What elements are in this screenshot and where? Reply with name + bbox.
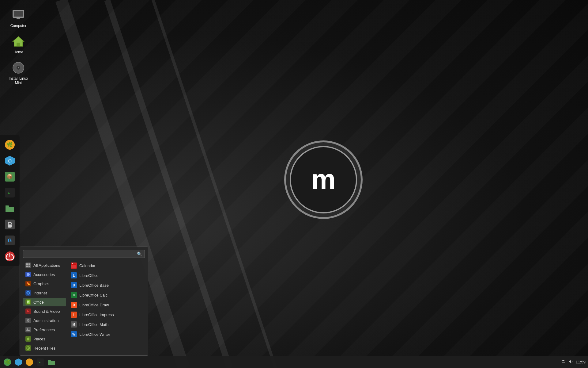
app-libreoffice-impress[interactable]: I LibreOffice Impress <box>68 310 145 319</box>
svg-text:m: m <box>311 164 336 195</box>
taskbar-terminal[interactable]: >_ <box>36 357 45 367</box>
svg-text:W: W <box>72 333 75 336</box>
desktop-icon-computer[interactable]: Computer <box>6 6 31 29</box>
dock-lock[interactable] <box>2 217 17 232</box>
svg-point-44 <box>28 320 28 321</box>
clock: 11:59 <box>575 360 586 364</box>
dock-files[interactable] <box>2 201 17 216</box>
category-recent[interactable]: Recent Files <box>23 344 66 352</box>
accessories-icon <box>25 272 31 277</box>
svg-point-74 <box>26 358 33 366</box>
category-preferences[interactable]: Preferences <box>23 325 66 334</box>
category-graphics[interactable]: Graphics <box>23 279 66 288</box>
taskbar-right: 11:59 <box>561 359 586 365</box>
category-places[interactable]: Places <box>23 335 66 343</box>
desktop-icon-home[interactable]: Home <box>6 33 31 56</box>
search-input[interactable] <box>26 252 137 256</box>
category-office[interactable]: Office <box>23 298 66 306</box>
app-menu: 🔍 All Applications Accessories <box>20 247 148 356</box>
libreoffice-base-app-icon: B <box>71 282 77 288</box>
dock-mintmenu[interactable]: 🌿 <box>2 137 17 152</box>
libreoffice-app-label: LibreOffice <box>79 273 99 278</box>
app-libreoffice-math[interactable]: M LibreOffice Math <box>68 320 145 329</box>
sound-tray-icon[interactable] <box>568 359 573 365</box>
svg-text:M: M <box>73 323 75 326</box>
search-icon: 🔍 <box>137 251 142 256</box>
libreoffice-calc-app-icon: C <box>71 292 77 298</box>
libreoffice-calc-app-label: LibreOffice Calc <box>79 293 107 297</box>
desktop-icon-install[interactable]: Install Linux Mint <box>6 59 31 86</box>
dock-software[interactable]: ⬡ <box>2 153 17 168</box>
places-icon <box>25 336 31 342</box>
category-sound-video[interactable]: Sound & Video <box>23 307 66 316</box>
svg-text:🌿: 🌿 <box>7 142 13 148</box>
svg-point-14 <box>18 67 19 68</box>
app-calendar[interactable]: Calendar <box>68 261 145 270</box>
taskbar-start[interactable]: 🌿 <box>2 357 12 367</box>
svg-text:>_: >_ <box>39 361 43 364</box>
libreoffice-writer-app-icon: W <box>71 331 77 337</box>
libreoffice-base-app-label: LibreOffice Base <box>79 283 109 288</box>
network-tray-icon[interactable] <box>561 359 566 365</box>
home-icon-label: Home <box>13 50 23 54</box>
taskbar: 🌿 >_ <box>0 356 588 368</box>
libreoffice-math-app-label: LibreOffice Math <box>79 322 108 327</box>
app-libreoffice[interactable]: L LibreOffice <box>68 271 145 280</box>
category-recent-label: Recent Files <box>33 346 55 351</box>
app-libreoffice-draw[interactable]: D LibreOffice Draw <box>68 300 145 309</box>
svg-text:D: D <box>73 303 75 307</box>
svg-rect-30 <box>26 266 28 267</box>
install-icon <box>11 60 26 75</box>
libreoffice-app-icon: L <box>71 272 77 278</box>
taskbar-files[interactable] <box>47 357 56 367</box>
category-accessories[interactable]: Accessories <box>23 270 66 279</box>
svg-text:🌿: 🌿 <box>5 360 10 365</box>
sound-video-icon <box>25 309 31 314</box>
app-libreoffice-calc[interactable]: C LibreOffice Calc <box>68 290 145 300</box>
apps-list: Calendar L LibreOffice B LibreOffice Bas… <box>68 261 145 352</box>
dock-terminal[interactable]: >_ <box>2 185 17 200</box>
svg-rect-9 <box>15 19 21 19</box>
svg-text:C: C <box>73 293 75 297</box>
taskbar-software[interactable] <box>13 357 23 367</box>
svg-marker-78 <box>569 360 571 363</box>
administration-icon <box>25 318 31 323</box>
search-bar[interactable]: 🔍 <box>23 250 145 258</box>
computer-icon-label: Computer <box>10 24 27 28</box>
app-libreoffice-writer[interactable]: W LibreOffice Writer <box>68 330 145 339</box>
category-all[interactable]: All Applications <box>23 261 66 270</box>
install-icon-label: Install Linux Mint <box>8 76 29 85</box>
category-administration[interactable]: Administration <box>23 316 66 325</box>
category-sound-video-label: Sound & Video <box>33 309 60 314</box>
taskbar-mintmenu[interactable] <box>24 357 34 367</box>
libreoffice-writer-app-label: LibreOffice Writer <box>79 332 110 337</box>
svg-point-47 <box>27 328 28 330</box>
desktop: m Computer <box>0 0 588 368</box>
home-icon <box>11 34 26 49</box>
dock-synaptic[interactable]: 📦 <box>2 169 17 184</box>
all-icon <box>25 263 31 268</box>
svg-rect-8 <box>17 17 20 19</box>
svg-marker-73 <box>15 358 22 366</box>
svg-text:📦: 📦 <box>7 174 13 179</box>
svg-text:⬡: ⬡ <box>8 158 12 163</box>
category-places-label: Places <box>33 337 45 341</box>
graphics-icon <box>25 281 31 286</box>
category-office-label: Office <box>33 300 44 305</box>
calendar-app-label: Calendar <box>79 263 96 268</box>
dock-grub[interactable]: G <box>2 233 17 248</box>
category-preferences-label: Preferences <box>33 328 55 332</box>
libreoffice-impress-app-icon: I <box>71 312 77 318</box>
office-icon <box>25 299 31 305</box>
preferences-icon <box>25 327 31 332</box>
dock-power[interactable] <box>2 249 17 264</box>
app-libreoffice-base[interactable]: B LibreOffice Base <box>68 281 145 290</box>
svg-point-32 <box>27 273 30 276</box>
category-internet[interactable]: Internet <box>23 289 66 297</box>
category-internet-label: Internet <box>33 291 47 295</box>
svg-rect-7 <box>14 11 23 17</box>
svg-line-51 <box>28 348 29 349</box>
svg-line-5 <box>153 0 276 368</box>
svg-rect-54 <box>71 265 76 265</box>
svg-rect-29 <box>28 263 30 265</box>
